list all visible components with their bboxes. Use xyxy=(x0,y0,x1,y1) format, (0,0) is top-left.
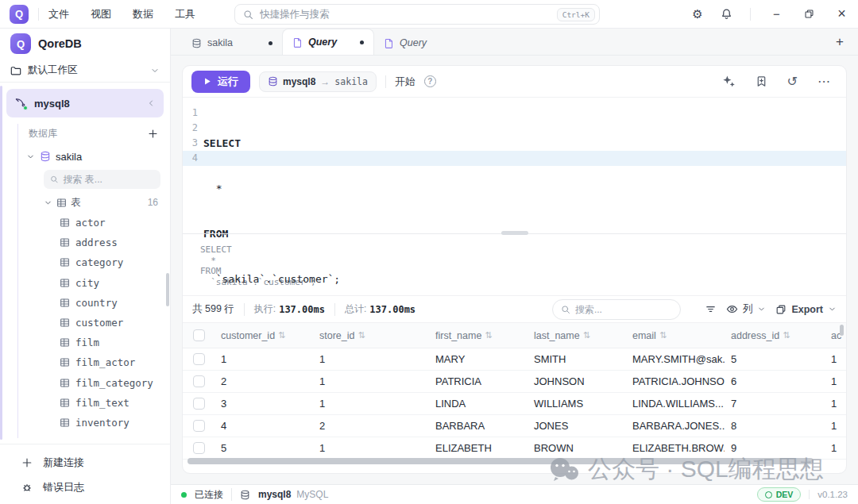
cell-first-name[interactable]: PATRICIA xyxy=(429,375,528,387)
cell-store-id[interactable]: 1 xyxy=(313,398,429,410)
column-header-email[interactable]: email⇅ xyxy=(626,330,725,341)
run-button[interactable]: 运行 xyxy=(191,71,250,93)
cell-last-name[interactable]: WILLIAMS xyxy=(528,398,626,410)
sort-icon[interactable]: ⇅ xyxy=(485,330,492,340)
select-all-cell[interactable] xyxy=(183,329,214,341)
bookmark-add-icon[interactable] xyxy=(756,75,767,87)
cell-address-id[interactable]: 7 xyxy=(725,398,825,410)
sort-icon[interactable]: ⇅ xyxy=(783,330,790,340)
cell-customer-id[interactable]: 2 xyxy=(214,375,313,387)
vertical-scrollbar[interactable] xyxy=(840,325,844,336)
global-search-input[interactable] xyxy=(260,9,551,20)
table-row[interactable]: 3 1 LINDA WILLIAMS LINDA.WILLIAMS... 7 1 xyxy=(183,393,846,415)
row-checkbox[interactable] xyxy=(193,442,205,454)
column-header-last-name[interactable]: last_name⇅ xyxy=(528,330,626,341)
cell-customer-id[interactable]: 3 xyxy=(214,398,313,410)
notifications-button[interactable] xyxy=(712,0,740,28)
connection-scope-badge[interactable]: mysql8 → sakila xyxy=(259,71,377,92)
settings-button[interactable]: ⚙ xyxy=(683,0,712,28)
cell-store-id[interactable]: 1 xyxy=(313,442,429,454)
table-row[interactable]: 1 1 MARY SMITH MARY.SMITH@sak... 5 1 xyxy=(183,348,846,371)
cell-email[interactable]: PATRICIA.JOHNSO... xyxy=(626,375,725,387)
table-row[interactable]: 4 2 BARBARA JONES BARBARA.JONES... 8 1 xyxy=(183,415,846,437)
status-connection-name[interactable]: mysql8 xyxy=(258,489,291,500)
sidebar-table-customer[interactable]: customer xyxy=(0,313,170,333)
cell-email[interactable]: LINDA.WILLIAMS... xyxy=(626,398,725,410)
sort-icon[interactable]: ⇅ xyxy=(583,330,590,340)
cell-store-id[interactable]: 1 xyxy=(313,375,429,387)
column-header-store-id[interactable]: store_id⇅ xyxy=(313,330,429,341)
menu-file[interactable]: 文件 xyxy=(48,7,69,21)
start-label[interactable]: 开始 xyxy=(395,75,415,89)
cell-address-id[interactable]: 6 xyxy=(725,375,825,387)
cell-active[interactable]: 1 xyxy=(825,442,846,454)
row-checkbox[interactable] xyxy=(193,398,205,410)
more-options-icon[interactable]: ⋯ xyxy=(817,75,831,88)
sidebar-table-country[interactable]: country xyxy=(0,293,170,313)
column-header-customer-id[interactable]: customer_id⇅ xyxy=(214,330,313,341)
sidebar-scrollbar[interactable] xyxy=(166,273,169,306)
cell-address-id[interactable]: 9 xyxy=(725,442,825,454)
cell-store-id[interactable]: 2 xyxy=(313,420,429,432)
cell-active[interactable]: 1 xyxy=(825,353,846,365)
sql-editor[interactable]: 1 2 3 4 SELECT * FROM `sakila`.`customer… xyxy=(183,98,846,233)
table-search[interactable] xyxy=(44,170,160,189)
connection-item-mysql8[interactable]: mysql8 xyxy=(6,89,164,117)
tab-query-2[interactable]: Query xyxy=(374,31,474,55)
cell-address-id[interactable]: 5 xyxy=(725,353,825,365)
cell-last-name[interactable]: SMITH xyxy=(528,353,626,365)
cell-customer-id[interactable]: 4 xyxy=(214,420,313,432)
panel-splitter[interactable] xyxy=(183,233,846,234)
cell-email[interactable]: ELIZABETH.BROW... xyxy=(626,442,725,454)
cell-email[interactable]: MARY.SMITH@sak... xyxy=(626,353,725,365)
tab-sakila[interactable]: sakila xyxy=(182,31,282,55)
database-item-sakila[interactable]: sakila xyxy=(0,145,170,167)
sidebar-table-film-category[interactable]: film_category xyxy=(0,373,170,393)
cell-email[interactable]: BARBARA.JONES... xyxy=(626,420,725,432)
add-database-icon[interactable] xyxy=(148,129,158,139)
sidebar-table-category[interactable]: category xyxy=(0,252,170,272)
sidebar-table-film[interactable]: film xyxy=(0,333,170,352)
sidebar-table-inventory[interactable]: inventory xyxy=(0,413,170,433)
table-row[interactable]: 2 1 PATRICIA JOHNSON PATRICIA.JOHNSO... … xyxy=(183,371,846,393)
tables-group[interactable]: 表 16 xyxy=(0,192,170,213)
workspace-selector[interactable]: 默认工作区 xyxy=(0,59,170,83)
column-header-address-id[interactable]: address_id⇅ xyxy=(725,330,825,341)
ai-sparkles-icon[interactable] xyxy=(722,75,736,88)
sidebar-table-address[interactable]: address xyxy=(0,233,170,252)
horizontal-scrollbar[interactable] xyxy=(187,458,814,464)
new-connection-button[interactable]: 新建连接 xyxy=(0,450,170,475)
error-log-button[interactable]: 错误日志 xyxy=(0,475,170,499)
code-area[interactable]: SELECT * FROM `sakila`.`customer`; xyxy=(203,106,846,233)
menu-view[interactable]: 视图 xyxy=(91,7,111,21)
cell-last-name[interactable]: BROWN xyxy=(528,442,626,454)
history-icon[interactable]: ↺ xyxy=(787,75,798,88)
cell-store-id[interactable]: 1 xyxy=(313,353,429,365)
row-checkbox[interactable] xyxy=(193,353,205,365)
menu-data[interactable]: 数据 xyxy=(133,7,153,21)
table-row[interactable]: 5 1 ELIZABETH BROWN ELIZABETH.BROW... 9 … xyxy=(183,437,846,460)
cell-active[interactable]: 1 xyxy=(825,420,846,432)
cell-active[interactable]: 1 xyxy=(825,375,846,387)
cell-last-name[interactable]: JOHNSON xyxy=(528,375,626,387)
column-header-first-name[interactable]: first_name⇅ xyxy=(429,330,528,341)
sort-icon[interactable]: ⇅ xyxy=(358,330,365,340)
minimize-button[interactable]: − xyxy=(760,0,793,28)
cell-address-id[interactable]: 8 xyxy=(725,420,825,432)
tab-query-active[interactable]: Query xyxy=(282,29,374,55)
table-search-input[interactable] xyxy=(63,174,154,185)
restore-button[interactable] xyxy=(793,0,825,28)
sidebar-table-film-actor[interactable]: film_actor xyxy=(0,352,170,372)
help-icon[interactable]: ? xyxy=(424,75,436,87)
cell-customer-id[interactable]: 1 xyxy=(214,353,313,365)
cell-first-name[interactable]: MARY xyxy=(429,353,528,365)
cell-last-name[interactable]: JONES xyxy=(528,420,626,432)
cell-customer-id[interactable]: 5 xyxy=(214,442,313,454)
splitter-drag-handle[interactable] xyxy=(501,231,528,235)
close-button[interactable]: × xyxy=(825,0,858,28)
sort-icon[interactable]: ⇅ xyxy=(278,330,285,340)
cell-first-name[interactable]: LINDA xyxy=(429,398,528,410)
sidebar-table-city[interactable]: city xyxy=(0,273,170,293)
chevron-left-icon[interactable] xyxy=(146,98,156,108)
cell-first-name[interactable]: BARBARA xyxy=(429,420,528,432)
